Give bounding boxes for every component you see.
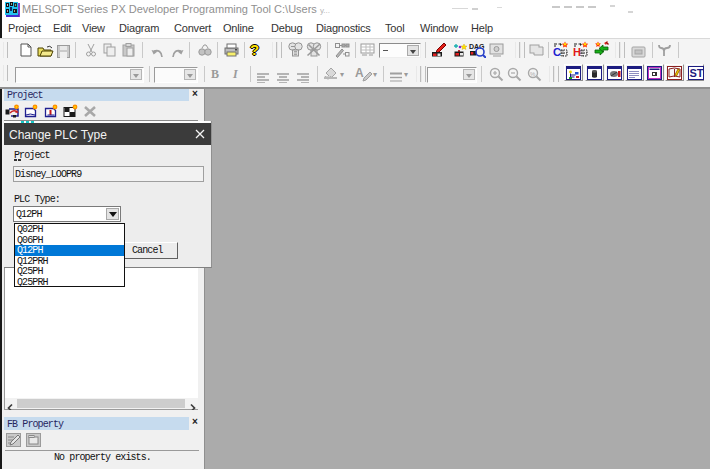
svg-text:%: % [530, 71, 536, 77]
svg-text:ST: ST [690, 67, 704, 79]
svg-text:H: H [573, 46, 581, 58]
svg-text:C: C [553, 46, 561, 58]
